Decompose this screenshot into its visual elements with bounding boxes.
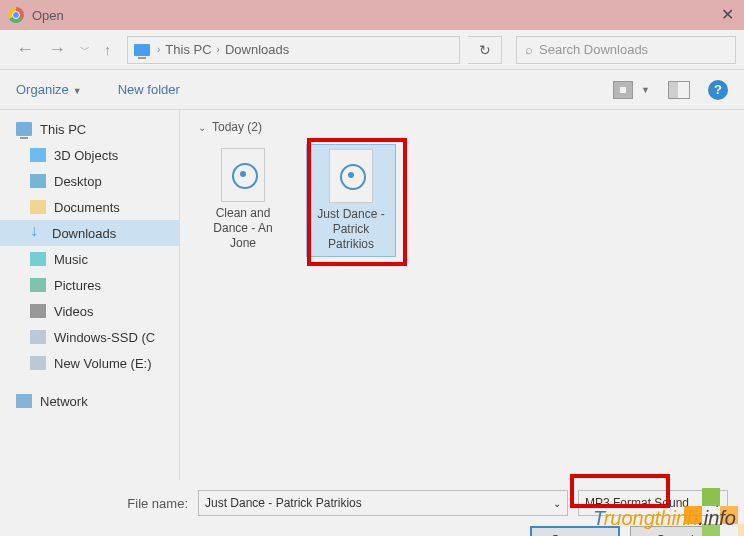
title-bar: Open ✕ <box>0 0 744 30</box>
up-button[interactable]: ↑ <box>104 42 111 58</box>
file-name: Just Dance - Patrick Patrikios <box>311 207 391 252</box>
help-button[interactable]: ? <box>708 80 728 100</box>
file-item-selected[interactable]: Just Dance - Patrick Patrikios <box>306 144 396 257</box>
group-header-today[interactable]: ⌄ Today (2) <box>198 120 726 134</box>
sidebar-network[interactable]: Network <box>0 388 179 414</box>
sidebar-item-pictures[interactable]: Pictures <box>0 272 179 298</box>
network-icon <box>16 394 32 408</box>
refresh-button[interactable]: ↻ <box>468 36 502 64</box>
view-mode-button[interactable]: ▼ <box>613 81 650 99</box>
search-icon: ⌕ <box>525 42 533 57</box>
chevron-down-icon: ▼ <box>641 85 650 95</box>
chevron-down-icon: ⌄ <box>198 122 206 133</box>
chevron-down-icon: ⌄ <box>553 498 561 509</box>
sidebar-item-videos[interactable]: Videos <box>0 298 179 324</box>
cube-icon <box>30 148 46 162</box>
search-input[interactable]: ⌕ Search Downloads <box>516 36 736 64</box>
sidebar-item-documents[interactable]: Documents <box>0 194 179 220</box>
disk-icon <box>30 356 46 370</box>
new-folder-button[interactable]: New folder <box>118 82 180 97</box>
breadcrumb-downloads[interactable]: Downloads <box>225 42 289 57</box>
desktop-icon <box>30 174 46 188</box>
toolbar: Organize▼ New folder ▼ ? <box>0 70 744 110</box>
window-title: Open <box>32 8 64 23</box>
videos-icon <box>30 304 46 318</box>
audio-file-icon <box>329 149 373 203</box>
organize-button[interactable]: Organize▼ <box>16 82 82 97</box>
recent-dropdown-icon[interactable]: ﹀ <box>80 43 90 57</box>
back-button[interactable]: ← <box>16 39 34 60</box>
chevron-right-icon: › <box>215 44 222 55</box>
watermark-text: Truongthinh.info <box>593 507 736 530</box>
search-placeholder: Search Downloads <box>539 42 648 57</box>
breadcrumb-this-pc[interactable]: This PC <box>165 42 211 57</box>
pictures-icon <box>30 278 46 292</box>
pc-icon <box>134 44 150 56</box>
file-item[interactable]: Clean and Dance - An Jone <box>198 144 288 257</box>
download-icon <box>30 226 44 240</box>
close-icon[interactable]: ✕ <box>721 5 734 24</box>
sidebar-item-downloads[interactable]: Downloads <box>0 220 179 246</box>
folder-icon <box>30 200 46 214</box>
sidebar-item-new-volume[interactable]: New Volume (E:) <box>0 350 179 376</box>
sidebar-item-music[interactable]: Music <box>0 246 179 272</box>
chevron-right-icon: › <box>155 44 162 55</box>
grid-view-icon <box>613 81 633 99</box>
chrome-icon <box>8 7 24 23</box>
preview-pane-button[interactable] <box>668 81 690 99</box>
sidebar-item-windows-ssd[interactable]: Windows-SSD (C <box>0 324 179 350</box>
pc-icon <box>16 122 32 136</box>
breadcrumb[interactable]: › This PC › Downloads <box>127 36 460 64</box>
forward-button[interactable]: → <box>48 39 66 60</box>
sidebar-item-desktop[interactable]: Desktop <box>0 168 179 194</box>
sidebar-item-3d-objects[interactable]: 3D Objects <box>0 142 179 168</box>
sidebar-this-pc[interactable]: This PC <box>0 116 179 142</box>
chevron-down-icon: ▼ <box>73 86 82 96</box>
file-list-area: ⌄ Today (2) Clean and Dance - An Jone Ju… <box>180 110 744 480</box>
disk-icon <box>30 330 46 344</box>
file-name: Clean and Dance - An Jone <box>202 206 284 251</box>
music-icon <box>30 252 46 266</box>
audio-file-icon <box>221 148 265 202</box>
filename-combo[interactable]: Just Dance - Patrick Patrikios ⌄ <box>198 490 568 516</box>
sidebar: This PC 3D Objects Desktop Documents Dow… <box>0 110 180 480</box>
filename-label: File name: <box>127 496 188 511</box>
navigation-row: ← → ﹀ ↑ › This PC › Downloads ↻ ⌕ Search… <box>0 30 744 70</box>
